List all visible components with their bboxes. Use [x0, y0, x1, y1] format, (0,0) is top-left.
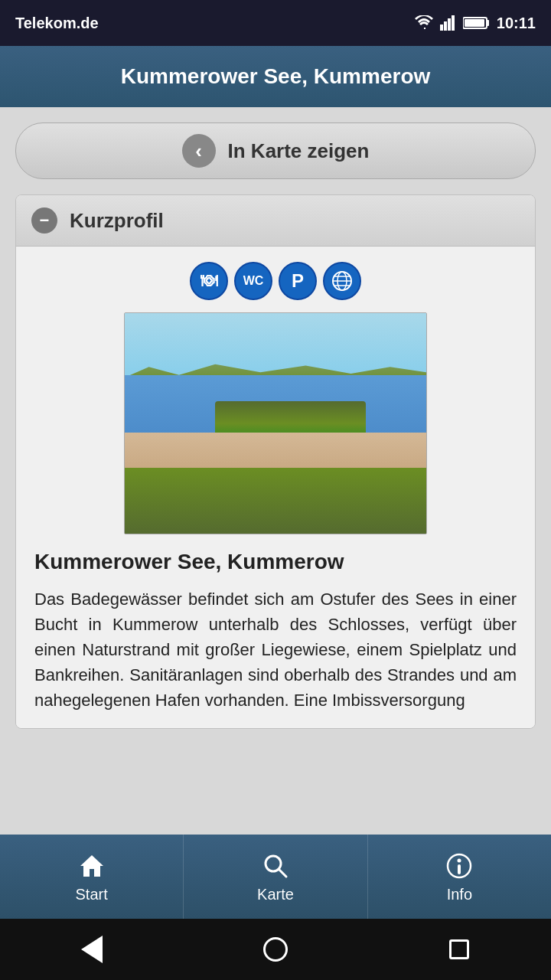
- android-nav-bar: [0, 919, 551, 980]
- location-title: Kummerower See, Kummerow: [34, 550, 517, 574]
- svg-rect-6: [465, 19, 484, 27]
- status-bar: Telekom.de 10:11: [0, 0, 551, 46]
- app-header: Kummerower See, Kummerow: [0, 46, 551, 107]
- svg-line-13: [279, 869, 286, 877]
- kurzprofil-header[interactable]: − Kurzprofil: [16, 195, 535, 247]
- signal-icon: [440, 15, 457, 31]
- status-icons: 10:11: [414, 15, 536, 32]
- search-icon: [260, 851, 291, 881]
- back-button[interactable]: [73, 930, 111, 969]
- nav-info[interactable]: Info: [368, 835, 551, 919]
- svg-rect-5: [487, 20, 489, 26]
- svg-rect-1: [444, 21, 447, 31]
- home-icon: [77, 851, 107, 881]
- app-title: Kummerower See, Kummerow: [121, 64, 431, 89]
- collapse-icon: −: [31, 207, 57, 234]
- nav-karte[interactable]: Karte: [184, 835, 367, 919]
- back-chevron-icon: ‹: [182, 134, 216, 168]
- main-content: ‹ In Karte zeigen − Kurzprofil 🍽 WC P: [0, 107, 551, 835]
- home-button[interactable]: [256, 930, 295, 969]
- svg-rect-3: [452, 15, 455, 31]
- kurzprofil-title: Kurzprofil: [70, 209, 164, 233]
- map-button-label: In Karte zeigen: [228, 139, 370, 163]
- recents-button[interactable]: [440, 930, 478, 969]
- restaurant-icon: 🍽: [190, 262, 228, 300]
- wc-icon: WC: [234, 262, 272, 300]
- nav-start[interactable]: Start: [0, 835, 184, 919]
- svg-rect-16: [458, 864, 461, 874]
- nav-karte-label: Karte: [257, 886, 294, 903]
- nav-start-label: Start: [76, 886, 108, 903]
- kurzprofil-card: − Kurzprofil 🍽 WC P: [15, 194, 536, 729]
- kurzprofil-body: 🍽 WC P: [16, 247, 535, 728]
- carrier-label: Telekom.de: [15, 15, 99, 32]
- lake-image: [124, 312, 427, 534]
- battery-icon: [463, 16, 491, 30]
- description-text: Das Badegewässer befindet sich am Ostufe…: [34, 586, 517, 713]
- bottom-navigation: Start Karte Info: [0, 835, 551, 919]
- nav-info-label: Info: [447, 886, 472, 903]
- parking-icon: P: [279, 262, 317, 300]
- time-label: 10:11: [497, 15, 536, 32]
- map-button[interactable]: ‹ In Karte zeigen: [15, 122, 536, 179]
- globe-icon: [323, 262, 361, 300]
- amenity-icons-row: 🍽 WC P: [34, 262, 517, 300]
- svg-rect-0: [440, 24, 443, 31]
- info-icon: [444, 851, 474, 881]
- svg-rect-2: [448, 18, 451, 31]
- svg-point-15: [458, 858, 461, 862]
- wifi-icon: [414, 15, 434, 31]
